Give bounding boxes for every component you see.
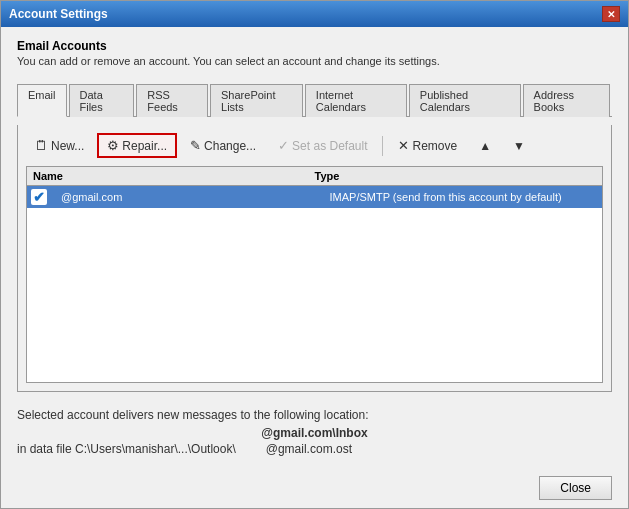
account-name: @gmail.com (61, 191, 330, 203)
footer-path-row: in data file C:\Users\manishar\...\Outlo… (17, 442, 612, 456)
set-default-button-label: Set as Default (292, 139, 367, 153)
change-icon: ✎ (190, 138, 201, 153)
window-title: Account Settings (9, 7, 108, 21)
table-row[interactable]: ✔ @gmail.com IMAP/SMTP (send from this a… (27, 186, 602, 208)
window-content: Email Accounts You can add or remove an … (1, 27, 628, 468)
new-icon: 🗒 (35, 138, 48, 153)
account-toolbar: 🗒 New... ⚙ Repair... ✎ Change... ✓ Set a… (26, 133, 603, 158)
repair-button-label: Repair... (122, 139, 167, 153)
move-up-button[interactable]: ▲ (470, 135, 500, 157)
remove-icon: ✕ (398, 138, 409, 153)
toolbar-separator (382, 136, 383, 156)
email-tab-panel: 🗒 New... ⚙ Repair... ✎ Change... ✓ Set a… (17, 125, 612, 392)
move-up-icon: ▲ (479, 139, 491, 153)
new-button[interactable]: 🗒 New... (26, 134, 93, 157)
window-close-button[interactable]: ✕ (602, 6, 620, 22)
col-type-header: Type (315, 170, 597, 182)
section-title: Email Accounts (17, 39, 612, 53)
bottom-bar: Close (1, 468, 628, 508)
remove-button-label: Remove (412, 139, 457, 153)
account-type: IMAP/SMTP (send from this account by def… (330, 191, 599, 203)
tab-bar: Email Data Files RSS Feeds SharePoint Li… (17, 83, 612, 117)
repair-button[interactable]: ⚙ Repair... (97, 133, 177, 158)
section-header: Email Accounts You can add or remove an … (17, 39, 612, 75)
tab-sharepoint-lists[interactable]: SharePoint Lists (210, 84, 303, 117)
section-description: You can add or remove an account. You ca… (17, 55, 612, 67)
tab-internet-calendars[interactable]: Internet Calendars (305, 84, 407, 117)
tab-address-books[interactable]: Address Books (523, 84, 610, 117)
tab-rss-feeds[interactable]: RSS Feeds (136, 84, 208, 117)
title-bar: Account Settings ✕ (1, 1, 628, 27)
footer-inbox-label: @gmail.com\Inbox (17, 426, 612, 440)
account-selected-icon: ✔ (31, 189, 47, 205)
tab-email[interactable]: Email (17, 84, 67, 117)
tab-published-calendars[interactable]: Published Calendars (409, 84, 521, 117)
repair-icon: ⚙ (107, 138, 119, 153)
set-default-icon: ✓ (278, 138, 289, 153)
move-down-icon: ▼ (513, 139, 525, 153)
change-button-label: Change... (204, 139, 256, 153)
footer-info-text: Selected account delivers new messages t… (17, 408, 612, 422)
footer-data-file-label: in data file C:\Users\manishar\...\Outlo… (17, 442, 236, 456)
new-button-label: New... (51, 139, 84, 153)
remove-button[interactable]: ✕ Remove (389, 134, 466, 157)
close-button[interactable]: Close (539, 476, 612, 500)
change-button[interactable]: ✎ Change... (181, 134, 265, 157)
footer-info: Selected account delivers new messages t… (17, 408, 612, 456)
account-table: Name Type ✔ @gmail.com IMAP/SMTP (send f… (26, 166, 603, 383)
table-header: Name Type (27, 167, 602, 186)
set-default-button[interactable]: ✓ Set as Default (269, 134, 376, 157)
footer-ost-label: @gmail.com.ost (266, 442, 352, 456)
col-name-header: Name (33, 170, 315, 182)
tab-data-files[interactable]: Data Files (69, 84, 135, 117)
move-down-button[interactable]: ▼ (504, 135, 534, 157)
account-settings-window: Account Settings ✕ Email Accounts You ca… (0, 0, 629, 509)
